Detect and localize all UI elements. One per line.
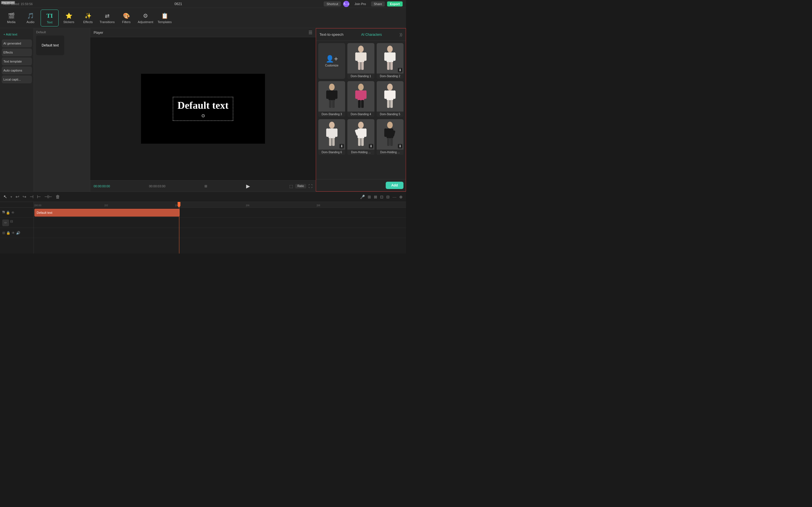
media-track-label: ✏ ⊟: [0, 218, 34, 228]
toolbar-adjustment-label: Adjustment: [138, 20, 153, 24]
text-template-button[interactable]: Text template: [2, 57, 32, 65]
ruler-mark-2: |02: [105, 204, 108, 207]
toolbar-filters-label: Filters: [122, 20, 131, 24]
toolbar: 🎬 Media 🎵 Audio TI Text ⭐ Stickers ✨ Eff…: [0, 8, 406, 28]
magnet-icon[interactable]: ⊠: [374, 194, 377, 199]
ai-characters-button[interactable]: AI Characters: [361, 33, 382, 37]
rotate-handle[interactable]: ⊙: [201, 113, 205, 118]
player-title: Player: [94, 31, 103, 35]
microphone-icon[interactable]: 🎤: [360, 194, 365, 199]
undo-tool[interactable]: ↩: [15, 194, 19, 200]
svg-point-6: [387, 46, 393, 52]
add-btn-row: Add: [316, 179, 406, 191]
zoom-out-icon[interactable]: ⊟: [386, 194, 390, 199]
split-tool[interactable]: ⊣: [30, 194, 34, 200]
bottom-track-icon4[interactable]: 🔊: [16, 231, 20, 235]
join-pro-button[interactable]: Join Pro: [352, 1, 368, 6]
toolbar-adjustment[interactable]: ⚙ Adjustment: [137, 10, 154, 26]
ai-generated-button[interactable]: AI generated: [2, 40, 32, 47]
svg-rect-39: [364, 128, 366, 137]
redo-tool[interactable]: ↪: [22, 194, 26, 200]
snap-icon[interactable]: ⊞: [368, 194, 371, 199]
svg-rect-46: [387, 138, 390, 146]
text-track-lock-icon[interactable]: 🔒: [6, 211, 10, 215]
svg-rect-26: [384, 91, 387, 99]
main-layout: + Add text AI generated Effects Text tem…: [0, 28, 406, 191]
effects-button[interactable]: Effects: [2, 48, 32, 56]
timeline-ruler-area: |00:00 |02 |04 |06 |08 Default text: [34, 202, 406, 253]
add-character-button[interactable]: Add: [386, 182, 403, 189]
toolbar-text[interactable]: TI Text: [41, 10, 59, 26]
char-card-dom-standing-1[interactable]: Dom-Standing 1: [347, 43, 374, 79]
svg-point-30: [329, 122, 335, 128]
char-card-dom-standing-4[interactable]: Dom-Standing 4: [347, 81, 374, 117]
fullscreen-icon[interactable]: ⛶: [308, 184, 312, 188]
player-menu-icon[interactable]: ☰: [308, 30, 312, 35]
split-audio-icon[interactable]: ⊡: [380, 194, 384, 199]
delete-tool[interactable]: 🗑: [56, 194, 60, 200]
align-start-tool[interactable]: ⊢: [37, 194, 41, 200]
char-img-dom-standing-6: ⬇: [318, 119, 345, 150]
add-text-button[interactable]: + Add text: [2, 31, 32, 38]
customize-card[interactable]: Pay per cre 👤+ Customize: [318, 43, 345, 79]
media-track-edit-icon[interactable]: ✏: [2, 219, 9, 226]
toolbar-transitions[interactable]: ⇄ Transitions: [98, 10, 116, 26]
align-end-tool[interactable]: ⊣⊢: [44, 194, 52, 200]
customize-icon: 👤+: [326, 55, 338, 63]
char-card-dom-holding-2[interactable]: ⬇ Dom-Holding ...: [377, 119, 403, 155]
figure-svg-5: [382, 83, 398, 109]
text-track-visible-icon[interactable]: 👁: [11, 211, 15, 215]
svg-rect-14: [326, 91, 329, 99]
svg-rect-34: [329, 138, 332, 146]
ratio-button[interactable]: Ratio: [295, 184, 306, 188]
play-button[interactable]: ▶: [246, 183, 250, 189]
media-track-align-icon[interactable]: ⊟: [10, 219, 13, 226]
timeline-right-tools: 🎤 ⊞ ⊠ ⊡ ⊟ — ⊕: [360, 194, 403, 199]
char-card-dom-standing-3[interactable]: Dom-Standing 3: [318, 81, 345, 117]
local-captions-button[interactable]: Local capti...: [2, 75, 32, 83]
bottom-track-icon2[interactable]: 🔒: [6, 231, 10, 235]
grid-view-icon[interactable]: ⊞: [204, 184, 207, 188]
top-bar-actions: Shortcut A...u Join Pro Share Export: [324, 1, 403, 7]
char-card-dom-standing-2[interactable]: ⬇ Dom-Standing 2: [377, 43, 403, 79]
player-header: Player ☰: [90, 28, 316, 37]
text-track-clip[interactable]: Default text: [35, 209, 180, 217]
figure-svg-6: [323, 122, 340, 147]
toolbar-templates[interactable]: 📋 Templates: [156, 10, 174, 26]
toolbar-audio[interactable]: 🎵 Audio: [21, 10, 40, 26]
transitions-icon: ⇄: [105, 12, 110, 19]
svg-rect-44: [384, 128, 387, 137]
share-button[interactable]: Share: [371, 1, 385, 6]
default-text-card[interactable]: Default text: [36, 36, 64, 55]
download-icon-7: ⬇: [369, 144, 373, 149]
collapse-button[interactable]: ⟩⟩: [400, 33, 402, 37]
filters-icon: 🎨: [123, 12, 130, 19]
char-card-dom-holding-1[interactable]: ⬇ Dom-Holding ...: [347, 119, 374, 155]
char-card-dom-standing-6[interactable]: ⬇ Dom-Standing 6: [318, 119, 345, 155]
timeline: ↖ ▾ ↩ ↪ ⊣ ⊢ ⊣⊢ 🗑 🎤 ⊞ ⊠ ⊡ ⊟ — ⊕ TI 🔒: [0, 191, 406, 253]
shortcut-button[interactable]: Shortcut: [324, 1, 341, 6]
char-card-dom-standing-5[interactable]: Dom-Standing 5: [377, 81, 403, 117]
toolbar-stickers[interactable]: ⭐ Stickers: [60, 10, 78, 26]
svg-point-0: [358, 46, 364, 52]
text-overlay[interactable]: Default text ⊙: [173, 97, 234, 121]
select-tool[interactable]: ↖: [3, 194, 7, 200]
svg-rect-27: [393, 91, 396, 99]
export-button[interactable]: Export: [387, 1, 403, 6]
bottom-track-icon3[interactable]: 👁: [11, 231, 15, 235]
screenshot-icon[interactable]: ⬚: [289, 184, 293, 188]
character-grid: Pay per cre 👤+ Customize Dom-Standi: [316, 41, 406, 179]
toolbar-filters[interactable]: 🎨 Filters: [117, 10, 135, 26]
char-name-dom-holding-2: Dom-Holding ...: [377, 150, 403, 155]
text-card-label: Default text: [42, 43, 59, 47]
figure-svg-7: [352, 122, 369, 147]
pencil-icon[interactable]: ✏: [2, 219, 9, 226]
toolbar-media[interactable]: 🎬 Media: [2, 10, 20, 26]
bottom-track-row: [34, 228, 406, 238]
toolbar-stickers-label: Stickers: [63, 20, 74, 24]
toolbar-effects[interactable]: ✨ Effects: [79, 10, 97, 26]
bottom-track-icon1[interactable]: ⊞: [2, 231, 5, 235]
auto-captions-button[interactable]: Auto captions: [2, 66, 32, 74]
char-name-dom-standing-3: Dom-Standing 3: [318, 112, 345, 117]
zoom-reset-icon[interactable]: ⊕: [399, 194, 403, 199]
